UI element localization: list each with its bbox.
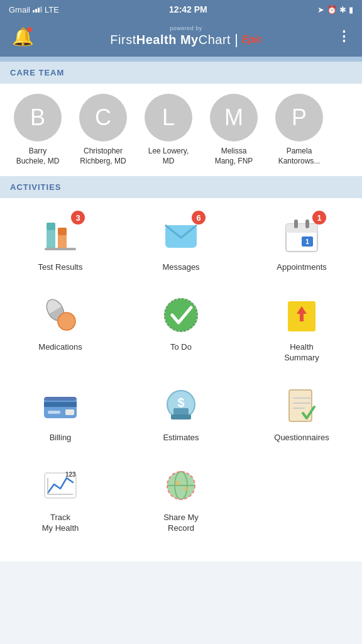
svg-text:1: 1 [305, 238, 309, 245]
activities-section-header: ACTIVITIES [0, 176, 362, 198]
icon-wrap-billing [38, 384, 82, 428]
svg-rect-3 [58, 228, 67, 235]
care-avatar-4: P [275, 94, 323, 142]
svg-rect-8 [286, 229, 317, 233]
alarm-icon: ⏰ [327, 5, 337, 14]
svg-rect-1 [47, 223, 55, 230]
battery-icon: ▮ [349, 5, 353, 14]
status-time: 12:42 PM [169, 4, 207, 14]
care-team-list: B BarryBuchele, MD C ChristopherRichberg… [0, 84, 362, 176]
care-member-1[interactable]: C ChristopherRichberg, MD [70, 94, 136, 166]
icon-wrap-estimates: $ [159, 384, 203, 428]
svg-text:$: $ [177, 396, 184, 409]
activity-item-todo[interactable]: To Do [121, 283, 241, 374]
activity-label-messages: Messages [162, 262, 199, 273]
icon-wrap-test-results: 3 [38, 213, 82, 257]
care-avatar-0: B [14, 94, 62, 142]
svg-rect-10 [305, 219, 309, 228]
activity-item-share-record[interactable]: Share MyRecord [121, 453, 241, 544]
icon-wrap-todo [159, 293, 203, 337]
location-icon: ➤ [317, 5, 324, 14]
activity-item-billing[interactable]: Billing [0, 374, 121, 453]
svg-rect-24 [44, 402, 77, 407]
activity-item-track-health[interactable]: 123 TrackMy Health [0, 453, 121, 544]
svg-rect-0 [47, 229, 55, 249]
activity-item-questionnaires[interactable]: Questionnaires [241, 374, 362, 453]
care-name-3: MelissaMang, FNP [215, 147, 253, 166]
activities-grid: 3 Test Results 6 Messages 1 1 Appoint [0, 198, 362, 548]
bottom-space [0, 549, 362, 562]
activity-item-messages[interactable]: 6 Messages [121, 203, 241, 283]
badge-appointments: 1 [312, 211, 326, 225]
icon-wrap-health-summary [280, 293, 324, 337]
icon-wrap-track-health: 123 [38, 464, 82, 508]
activity-label-share-record: Share MyRecord [163, 513, 199, 534]
accent-bar [0, 57, 362, 62]
activity-label-track-health: TrackMy Health [42, 513, 79, 534]
status-left: Gmail LTE [9, 5, 59, 14]
svg-rect-4 [45, 248, 76, 250]
lte-label: LTE [45, 5, 59, 14]
bluetooth-icon: ✱ [339, 5, 346, 14]
svg-text:123: 123 [65, 471, 76, 478]
icon-wrap-messages: 6 [159, 213, 203, 257]
activity-item-appointments[interactable]: 1 1 Appointments [241, 203, 362, 283]
overflow-menu-button[interactable]: ⋮ [337, 28, 352, 45]
care-team-section-header: CARE TEAM [0, 62, 362, 84]
carrier-label: Gmail [9, 5, 30, 14]
care-avatar-3: M [210, 94, 258, 142]
badge-messages: 6 [192, 211, 206, 225]
activity-item-health-summary[interactable]: HealthSummary [241, 283, 362, 374]
care-avatar-1: C [79, 94, 127, 142]
care-name-1: ChristopherRichberg, MD [80, 147, 126, 166]
care-member-2[interactable]: L Lee Lowery,MD [136, 94, 201, 166]
care-name-0: BarryBuchele, MD [16, 147, 60, 166]
status-icons: ➤ ⏰ ✱ ▮ [317, 5, 353, 14]
activity-item-estimates[interactable]: $ Estimates [121, 374, 241, 453]
app-logo: powered by FirstHealth MyChart | Epic [110, 25, 261, 48]
icon-wrap-appointments: 1 1 [280, 213, 324, 257]
bell-badge [26, 26, 33, 33]
care-name-2: Lee Lowery,MD [148, 147, 189, 166]
icon-wrap-questionnaires [280, 384, 324, 428]
svg-rect-2 [58, 234, 67, 249]
notification-bell[interactable]: 🔔 [10, 24, 35, 49]
activity-label-health-summary: HealthSummary [284, 342, 319, 364]
app-header: 🔔 powered by FirstHealth MyChart | Epic … [0, 19, 362, 57]
logo-divider: FirstHealth MyChart | Epic [110, 31, 261, 48]
svg-rect-25 [48, 411, 60, 414]
activity-label-test-results: Test Results [38, 262, 83, 273]
care-team-label: CARE TEAM [10, 68, 64, 77]
svg-rect-31 [171, 414, 191, 419]
icon-wrap-share-record [159, 464, 203, 508]
logo-firsthealth: FirstHealth MyChart [110, 33, 231, 47]
care-member-0[interactable]: B BarryBuchele, MD [5, 94, 70, 166]
care-avatar-2: L [145, 94, 192, 142]
powered-by-label: powered by [170, 25, 202, 31]
badge-test-results: 3 [71, 211, 85, 225]
care-member-3[interactable]: M MelissaMang, FNP [201, 94, 266, 166]
logo-epic: Epic [242, 34, 262, 45]
activity-label-questionnaires: Questionnaires [274, 433, 329, 443]
svg-rect-9 [294, 219, 298, 228]
activity-label-billing: Billing [50, 433, 72, 443]
activity-item-medications[interactable]: Medications [0, 283, 121, 374]
activity-label-todo: To Do [170, 342, 192, 353]
care-member-4[interactable]: P PamelaKantorows... [266, 94, 332, 166]
activities-label: ACTIVITIES [10, 182, 62, 192]
logo-pipe: | [234, 31, 238, 48]
icon-wrap-medications [38, 293, 82, 337]
activity-label-medications: Medications [38, 342, 82, 353]
status-bar: Gmail LTE 12:42 PM ➤ ⏰ ✱ ▮ [0, 0, 362, 19]
activity-label-appointments: Appointments [277, 262, 327, 273]
svg-rect-26 [65, 409, 74, 415]
signal-bars [33, 6, 42, 13]
activity-label-estimates: Estimates [163, 433, 199, 443]
activity-item-test-results[interactable]: 3 Test Results [0, 203, 121, 283]
svg-rect-27 [44, 397, 77, 401]
care-name-4: PamelaKantorows... [278, 147, 321, 166]
